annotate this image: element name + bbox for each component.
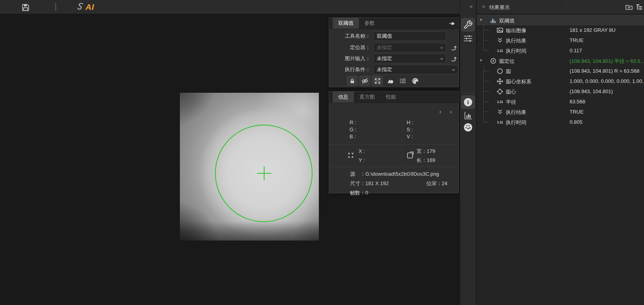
expander-icon[interactable]: ▾ — [480, 58, 482, 63]
app-logo: AI — [77, 2, 94, 13]
info-tabbar: 信息 直方图 性能 — [329, 92, 459, 103]
tree-guide — [483, 46, 484, 51]
divider — [402, 146, 402, 165]
info-view-button[interactable]: i — [461, 96, 475, 109]
number-icon: 1.11 — [496, 98, 503, 105]
x-label: X : — [359, 148, 365, 155]
shapes-icon[interactable] — [385, 76, 395, 86]
tab-threshold[interactable]: 双阈值 — [333, 18, 359, 29]
pin-icon[interactable] — [449, 21, 455, 26]
histogram-view-icon[interactable] — [463, 110, 473, 121]
cursor-position-size: X : Y : 宽：179 长：169 — [329, 145, 459, 167]
lock-icon[interactable] — [347, 76, 357, 86]
tree-row-label: 执行时间 — [506, 48, 526, 55]
g-label: G : — [350, 126, 356, 133]
tree-row-radius[interactable]: 1.11 半径 63.568 — [477, 97, 644, 107]
side-toolbar: « i — [460, 0, 476, 305]
tree-row-label: 执行结果 — [506, 37, 526, 44]
collapse-panel-icon[interactable]: « — [470, 3, 473, 9]
tree-guide — [483, 76, 484, 86]
condition-label: 执行条件： — [333, 65, 370, 74]
tree-guide — [483, 97, 484, 107]
tree-row-threshold[interactable]: ▾ 双阈值 — [477, 15, 644, 25]
locator-select[interactable]: 未指定 — [373, 43, 446, 52]
tree-row-exec-result[interactable]: 执行结果 TRUE — [477, 35, 644, 46]
tree-row-exec-time-2[interactable]: 1.11 执行时间 0.805 — [477, 117, 644, 127]
next-arrow-icon[interactable]: › — [450, 109, 452, 114]
tree-row-label: 圆 — [506, 68, 511, 75]
circle-dot-icon — [490, 57, 497, 64]
fit-expand-icon[interactable] — [372, 76, 383, 86]
sliders-icon[interactable] — [463, 33, 473, 44]
tree-row-value: 0.117 — [570, 48, 582, 53]
tree-view-icon[interactable] — [635, 3, 643, 11]
number-icon: 1.11 — [496, 119, 503, 126]
locator-jump-button[interactable] — [449, 44, 458, 51]
wrench-tool-button[interactable] — [461, 18, 475, 31]
tree-row-label: 执行结果 — [506, 109, 526, 116]
s-label: S : — [407, 126, 413, 133]
tool-property-panel: 双阈值 参数 工具名称： 定位器： 未指定 图片输入 — [329, 17, 459, 87]
tree-row-exec-result-2[interactable]: 执行结果 TRUE — [477, 107, 644, 117]
save-icon[interactable] — [21, 3, 30, 12]
image-info-panel: 信息 直方图 性能 ‹ › R : G : B : H : S : V : X … — [329, 91, 459, 193]
top-toolbar: AI — [0, 0, 460, 14]
tree-row-label: 输出图像 — [506, 27, 526, 34]
bullet-list-icon[interactable] — [397, 76, 408, 86]
tab-info[interactable]: 信息 — [333, 92, 354, 103]
divider — [402, 118, 402, 143]
number-icon: 1.11 — [496, 47, 503, 54]
tool-name-label: 工具名称： — [333, 31, 370, 41]
axes-cross-icon — [496, 78, 503, 85]
move-icon — [346, 151, 355, 160]
tree-row-value: 0.805 — [570, 119, 583, 125]
height-value: 长：169 — [416, 157, 435, 164]
y-label: Y : — [359, 157, 365, 164]
tab-histogram[interactable]: 直方图 — [354, 92, 380, 103]
tab-performance[interactable]: 性能 — [380, 92, 402, 103]
image-input-select[interactable]: 未指定 — [373, 54, 446, 63]
drag-handle-icon[interactable] — [55, 4, 56, 11]
prev-arrow-icon[interactable]: ‹ — [439, 109, 441, 114]
palette-icon[interactable] — [410, 76, 420, 86]
tree-row-circle[interactable]: 圆 (108.943, 104.801) R = 63.568 — [477, 66, 644, 76]
tree-guide — [483, 117, 484, 122]
info-pager: ‹ › — [329, 109, 459, 115]
tree-guide — [483, 66, 484, 76]
tool-tabbar: 双阈值 参数 — [329, 18, 459, 29]
condition-select[interactable]: 未指定 — [373, 65, 458, 74]
tree-row-circle-center[interactable]: 圆心 (108.943, 104.801) — [477, 86, 644, 97]
tab-params[interactable]: 参数 — [359, 18, 380, 29]
tree-row-exec-time[interactable]: 1.11 执行时间 0.117 — [477, 46, 644, 56]
logo-s-icon — [77, 2, 85, 12]
histogram-icon — [490, 17, 497, 24]
svg-text:i: i — [467, 99, 469, 105]
image-input-jump-button[interactable] — [449, 55, 458, 62]
tree-row-circle-locate[interactable]: ▾ 圆定位 (108.943, 104.801) 半径 = 63.5... — [477, 56, 644, 66]
tree-row-label: 双阈值 — [499, 17, 514, 24]
tree-row-value: TRUE — [570, 37, 583, 43]
dimensions-icon — [406, 151, 415, 160]
h-label: H : — [407, 119, 413, 126]
image-icon — [496, 27, 503, 34]
tree-guide — [483, 35, 484, 46]
divider — [566, 3, 566, 11]
expander-icon[interactable]: ▾ — [480, 17, 482, 22]
tool-name-input[interactable] — [373, 31, 446, 41]
tree-row-output-image[interactable]: 输出图像 181 x 192 GRAY 8U — [477, 25, 644, 35]
inspection-image[interactable] — [180, 93, 319, 241]
tree-row-label: 半径 — [506, 99, 516, 106]
condition-value: 未指定 — [377, 66, 392, 72]
tree-row-label: 执行时间 — [506, 119, 526, 126]
image-size: 尺寸：181 X 192 — [350, 180, 389, 187]
target-icon — [496, 88, 503, 95]
add-folder-icon[interactable] — [625, 3, 633, 11]
tree-row-label: 圆心坐标系 — [506, 78, 531, 85]
gauge-view-icon[interactable] — [463, 122, 473, 132]
circle-icon — [496, 68, 503, 75]
tree-row-label: 圆心 — [506, 88, 516, 96]
tree-row-label: 圆定位 — [499, 58, 514, 65]
tree-row-center-coord-system[interactable]: 圆心坐标系 1.000, 0.000, 0.000, 0.000, 1.00..… — [477, 76, 644, 86]
collapse-panel-icon[interactable]: « — [482, 3, 485, 9]
eye-off-icon[interactable] — [359, 76, 370, 86]
